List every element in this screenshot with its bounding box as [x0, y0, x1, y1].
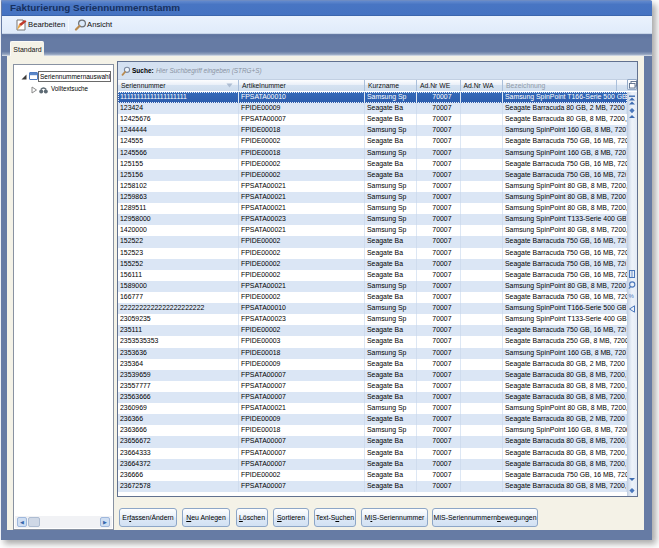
svg-text:%: % — [629, 293, 635, 299]
